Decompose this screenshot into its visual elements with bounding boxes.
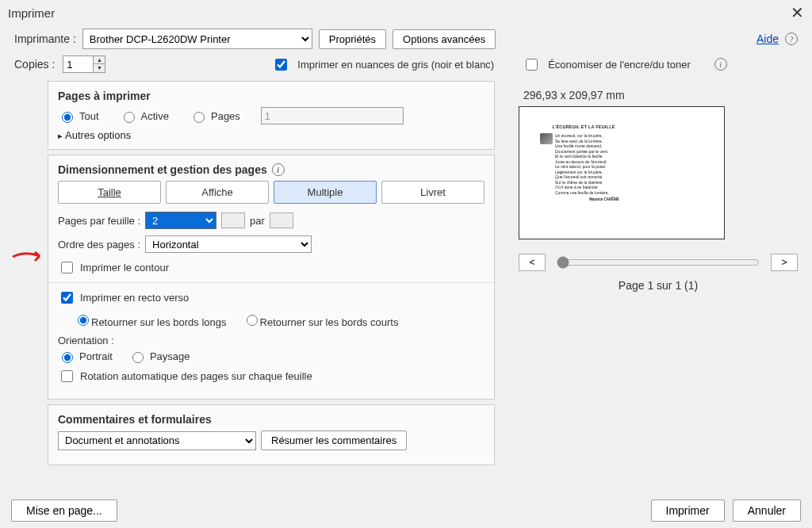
help-link[interactable]: Aide — [756, 33, 779, 45]
help-info-icon[interactable]: ? — [785, 33, 798, 45]
ppf-label: Pages par feuille : — [58, 215, 140, 227]
grayscale-checkbox[interactable] — [275, 59, 287, 71]
printer-select[interactable]: Brother DCP-L2620DW Printer — [82, 29, 312, 49]
flip-long-radio[interactable] — [78, 315, 89, 326]
print-button[interactable]: Imprimer — [651, 499, 725, 522]
pages-range-input — [261, 107, 404, 124]
flip-short-label: Retourner sur les bords courts — [260, 316, 399, 328]
more-options-expander[interactable]: Autres options — [58, 129, 485, 141]
tab-booklet[interactable]: Livret — [381, 181, 485, 204]
summarize-comments-button[interactable]: Résumer les commentaires — [261, 430, 407, 450]
ppf-par-label: par — [250, 215, 265, 227]
sizing-title: Dimensionnement et gestion des pages — [58, 163, 267, 176]
pages-range-label: Pages — [211, 110, 240, 122]
pages-all-radio[interactable] — [62, 112, 73, 123]
copies-input[interactable] — [63, 55, 93, 73]
preview-doc-body: Un écureuil, sur la bruyère,Se lave avec… — [555, 133, 609, 195]
print-border-label: Imprimer le contour — [80, 262, 169, 274]
page-setup-button[interactable]: Mise en page... — [11, 499, 117, 522]
ppf-custom-y — [270, 212, 293, 228]
tab-multiple[interactable]: Multiple — [274, 181, 377, 204]
comments-title: Commentaires et formulaires — [58, 413, 485, 426]
prev-page-button[interactable]: < — [519, 254, 546, 271]
landscape-radio[interactable] — [132, 352, 144, 363]
autorotate-checkbox[interactable] — [61, 370, 73, 382]
ink-info-icon[interactable]: i — [714, 58, 727, 71]
copies-label: Copies : — [14, 58, 55, 71]
grayscale-label: Imprimer en nuances de gris (noir et bla… — [297, 59, 494, 71]
save-ink-label: Économiser de l'encre/du toner — [548, 59, 691, 71]
duplex-label: Imprimer en recto verso — [80, 292, 189, 304]
cancel-button[interactable]: Annuler — [733, 499, 801, 522]
page-order-label: Ordre des pages : — [58, 239, 140, 251]
pages-to-print-title: Pages à imprimer — [58, 90, 485, 102]
page-indicator: Page 1 sur 1 (1) — [519, 279, 798, 292]
preview-doc-author: Maurice CARÊME — [540, 197, 627, 202]
sizing-info-icon[interactable]: i — [272, 163, 285, 176]
flip-short-radio[interactable] — [247, 315, 258, 326]
pages-range-radio[interactable] — [193, 112, 205, 123]
duplex-checkbox[interactable] — [61, 292, 73, 304]
pages-active-radio[interactable] — [124, 112, 135, 123]
landscape-label: Paysage — [150, 350, 190, 362]
tab-size[interactable]: Taille — [58, 181, 161, 204]
orientation-label: Orientation : — [58, 335, 485, 346]
flip-long-label: Retourner sur les bords longs — [91, 316, 227, 328]
properties-button[interactable]: Propriétés — [319, 29, 386, 49]
portrait-label: Portrait — [79, 350, 113, 362]
preview-thumb-image — [540, 133, 553, 144]
print-border-checkbox[interactable] — [61, 262, 73, 274]
dialog-title: Imprimer — [8, 6, 55, 20]
paper-dimensions: 296,93 x 209,97 mm — [519, 89, 798, 101]
pages-active-label: Active — [141, 110, 169, 122]
pages-all-label: Tout — [79, 110, 99, 122]
tab-poster[interactable]: Affiche — [166, 181, 269, 204]
autorotate-label: Rotation automatique des pages sur chaqu… — [80, 370, 312, 382]
preview-doc-title: L'ÉCUREUIL ET LA FEUILLE — [540, 124, 627, 130]
printer-label: Imprimante : — [14, 33, 76, 45]
ppf-custom-x — [221, 212, 245, 228]
comments-select[interactable]: Document et annotations — [58, 431, 256, 450]
save-ink-checkbox[interactable] — [526, 59, 538, 71]
close-icon[interactable]: ✕ — [791, 3, 804, 22]
preview-zoom-slider[interactable] — [557, 256, 760, 269]
page-order-select[interactable]: Horizontal — [145, 235, 312, 253]
copies-spinner[interactable]: ▲▼ — [93, 55, 105, 73]
print-preview: L'ÉCUREUIL ET LA FEUILLE Un écureuil, su… — [519, 106, 725, 239]
annotation-arrow-icon — [11, 247, 46, 270]
advanced-options-button[interactable]: Options avancées — [393, 29, 496, 49]
pages-per-sheet-select[interactable]: 2 — [145, 212, 216, 229]
next-page-button[interactable]: > — [771, 254, 798, 271]
portrait-radio[interactable] — [62, 352, 73, 363]
